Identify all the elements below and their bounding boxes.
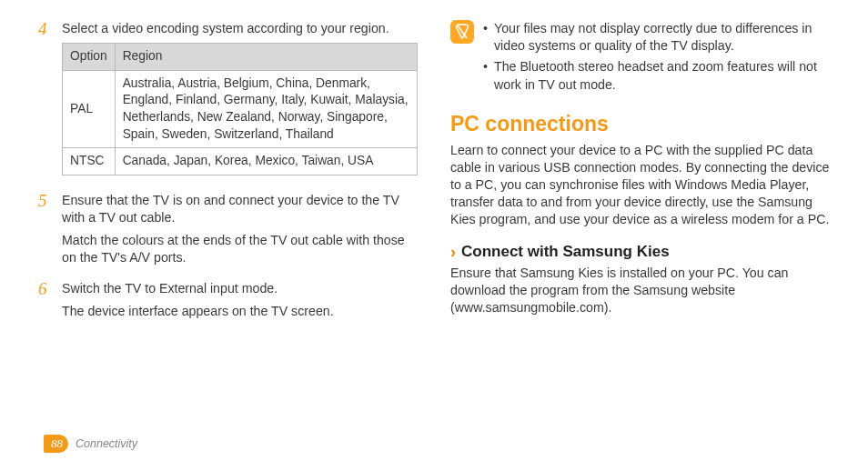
- step-number: 5: [38, 192, 53, 273]
- step-text: Switch the TV to External input mode.: [62, 280, 418, 297]
- subsection-heading: › Connect with Samsung Kies: [450, 242, 830, 263]
- note-list: Your files may not display correctly due…: [483, 20, 830, 97]
- section-heading: PC connections: [450, 110, 830, 138]
- page-number: 88: [44, 435, 68, 453]
- note-item: Your files may not display correctly due…: [483, 20, 830, 55]
- cell-region: Australia, Austria, Belgium, China, Denm…: [115, 70, 417, 148]
- step-text: Select a video encoding system according…: [62, 20, 418, 37]
- chevron-right-icon: ›: [450, 244, 456, 260]
- page-footer: 88 Connectivity: [44, 435, 137, 453]
- subsection-title: Connect with Samsung Kies: [461, 242, 670, 263]
- note-icon: [450, 20, 474, 44]
- cell-option: NTSC: [63, 148, 116, 175]
- step-number: 4: [38, 20, 53, 185]
- step-text: The device interface appears on the TV s…: [62, 303, 418, 320]
- step-5: 5 Ensure that the TV is on and connect y…: [38, 192, 418, 273]
- chapter-label: Connectivity: [76, 436, 137, 452]
- note-item: The Bluetooth stereo headset and zoom fe…: [483, 58, 830, 93]
- step-text: Ensure that the TV is on and connect you…: [62, 192, 418, 226]
- region-table: Option Region PAL Australia, Austria, Be…: [62, 43, 418, 175]
- th-region: Region: [115, 44, 417, 71]
- step-text: Match the colours at the ends of the TV …: [62, 232, 418, 266]
- right-column: Your files may not display correctly due…: [450, 20, 830, 333]
- th-option: Option: [63, 44, 116, 71]
- cell-option: PAL: [63, 70, 116, 148]
- section-intro: Learn to connect your device to a PC wit…: [450, 142, 830, 229]
- table-row: NTSC Canada, Japan, Korea, Mexico, Taiwa…: [63, 148, 418, 175]
- step-number: 6: [38, 280, 53, 326]
- table-row: PAL Australia, Austria, Belgium, China, …: [63, 70, 418, 148]
- cell-region: Canada, Japan, Korea, Mexico, Taiwan, US…: [115, 148, 417, 175]
- left-column: 4 Select a video encoding system accordi…: [38, 20, 418, 333]
- step-4: 4 Select a video encoding system accordi…: [38, 20, 418, 185]
- note-block: Your files may not display correctly due…: [450, 20, 830, 97]
- step-6: 6 Switch the TV to External input mode. …: [38, 280, 418, 326]
- subsection-text: Ensure that Samsung Kies is installed on…: [450, 265, 830, 317]
